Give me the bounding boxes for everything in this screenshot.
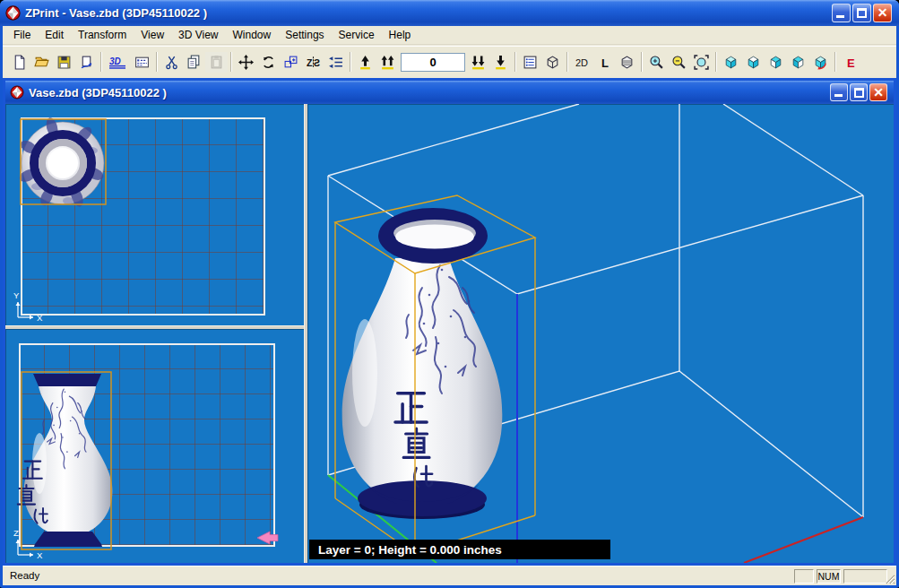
toolbar: 3D ZS 2D L E xyxy=(3,46,896,77)
menu-file[interactable]: File xyxy=(6,27,38,43)
scale-boxes-icon xyxy=(283,55,298,70)
menu-3d-view[interactable]: 3D View xyxy=(171,27,225,43)
toolbar-separator xyxy=(514,52,516,72)
slice-view-button[interactable] xyxy=(616,52,638,73)
open-button[interactable] xyxy=(30,52,53,73)
report-button[interactable] xyxy=(519,52,541,73)
menu-view[interactable]: View xyxy=(134,27,171,43)
paste-button[interactable] xyxy=(205,52,228,73)
menu-transform[interactable]: Transform xyxy=(71,27,134,43)
maximize-icon xyxy=(857,8,867,18)
double-arrow-down-icon xyxy=(471,55,486,70)
axis-x-line xyxy=(744,517,863,563)
view-isometric-button[interactable] xyxy=(720,52,742,73)
title-bar[interactable]: ZPrint - Vase.zbd (3DP45110022 ) ✕ xyxy=(0,0,899,26)
view-top-button[interactable] xyxy=(742,52,765,73)
new-document-icon xyxy=(12,55,27,70)
toolbar-separator xyxy=(156,52,158,72)
layer-bottom-button[interactable] xyxy=(467,52,489,73)
document-close-button[interactable]: ✕ xyxy=(869,83,887,101)
report-table-icon xyxy=(523,55,538,70)
cut-button[interactable] xyxy=(160,52,183,73)
zoom-window-button[interactable] xyxy=(690,52,713,73)
save-floppy-icon xyxy=(56,55,72,70)
close-icon: ✕ xyxy=(874,4,891,22)
viewport-front-view[interactable]: Z X xyxy=(5,329,304,563)
zoom-out-button[interactable] xyxy=(668,52,690,73)
e-label-icon: E xyxy=(844,55,857,70)
2d-view-button[interactable]: 2D xyxy=(571,52,593,73)
move-arrows-icon xyxy=(238,55,254,70)
minimize-button[interactable] xyxy=(832,4,851,22)
menu-edit[interactable]: Edit xyxy=(38,27,71,43)
bounding-box-button[interactable] xyxy=(541,52,564,73)
view-side-button[interactable] xyxy=(787,52,809,73)
3d-print-setup-button[interactable]: 3D xyxy=(105,52,131,73)
3d-label-icon: 3D xyxy=(108,55,129,70)
svg-text:3D: 3D xyxy=(109,56,121,65)
menu-window[interactable]: Window xyxy=(226,27,279,43)
double-arrow-up-icon xyxy=(380,55,395,70)
justify-button[interactable] xyxy=(324,52,347,73)
layer-up-button[interactable] xyxy=(354,52,376,73)
view-rotate-button[interactable] xyxy=(809,52,832,73)
arrow-down-icon xyxy=(493,55,508,70)
document-maximize-button[interactable] xyxy=(850,83,868,101)
arrow-up-icon xyxy=(358,55,373,70)
open-folder-icon xyxy=(34,55,49,70)
cube-side-icon xyxy=(791,55,806,70)
document-title-bar[interactable]: Vase.zbd (3DP45110022 ) ✕ xyxy=(5,81,894,104)
printer-settings-button[interactable] xyxy=(131,52,153,73)
translate-button[interactable] xyxy=(235,52,257,73)
close-button[interactable]: ✕ xyxy=(873,4,892,22)
zprint-logo-icon xyxy=(5,5,21,21)
document-title: Vase.zbd (3DP45110022 ) xyxy=(29,86,830,99)
layers-view-button[interactable]: L xyxy=(593,52,616,73)
mirror-button[interactable]: ZS xyxy=(302,52,324,73)
zoom-in-button[interactable] xyxy=(645,52,668,73)
layer-down-button[interactable] xyxy=(489,52,512,73)
document-minimize-button[interactable] xyxy=(830,83,848,101)
print-page-icon xyxy=(79,55,94,70)
viewport-perspective[interactable]: Layer = 0; Height = 0.000 inches xyxy=(307,104,894,563)
toolbar-separator xyxy=(715,52,717,72)
axis-label-x: X xyxy=(37,313,43,323)
horizontal-splitter[interactable] xyxy=(5,325,304,329)
l-label-icon: L xyxy=(599,55,611,70)
menu-help[interactable]: Help xyxy=(382,27,419,43)
status-message: Ready xyxy=(10,570,39,581)
menu-settings[interactable]: Settings xyxy=(278,27,331,43)
close-icon: ✕ xyxy=(870,84,886,100)
zoom-out-icon xyxy=(671,55,687,70)
align-arrows-icon xyxy=(328,55,343,70)
layer-top-button[interactable] xyxy=(376,52,399,73)
toolbar-separator xyxy=(350,52,351,72)
toolbar-separator xyxy=(834,52,836,72)
copy-button[interactable] xyxy=(183,52,205,73)
document-window: Vase.zbd (3DP45110022 ) ✕ xyxy=(3,78,896,566)
menu-service[interactable]: Service xyxy=(332,27,382,43)
print-button[interactable] xyxy=(75,52,98,73)
save-button[interactable] xyxy=(53,52,75,73)
svg-text:S: S xyxy=(314,56,320,67)
rotate-arrows-icon xyxy=(261,55,276,70)
resize-grip[interactable] xyxy=(885,574,895,584)
view-front-button[interactable] xyxy=(765,52,787,73)
layer-number-field[interactable] xyxy=(401,53,465,72)
status-panel-scrl xyxy=(843,569,887,584)
scale-button[interactable] xyxy=(280,52,302,73)
new-button[interactable] xyxy=(8,52,30,73)
rotate-button[interactable] xyxy=(257,52,280,73)
svg-text:E: E xyxy=(847,56,855,69)
cube-iso-icon xyxy=(723,55,739,70)
axis-label-x: X xyxy=(37,550,43,560)
error-report-button[interactable]: E xyxy=(839,52,861,73)
status-panel-cap xyxy=(794,569,814,584)
toolbar-separator xyxy=(230,52,232,72)
viewport-top-view[interactable]: Y X xyxy=(5,104,304,325)
settings-dialog-icon xyxy=(134,55,150,70)
vertical-splitter[interactable] xyxy=(304,104,307,563)
window-title: ZPrint - Vase.zbd (3DP45110022 ) xyxy=(25,6,832,20)
maximize-button[interactable] xyxy=(852,4,871,22)
toolbar-separator xyxy=(641,52,643,72)
